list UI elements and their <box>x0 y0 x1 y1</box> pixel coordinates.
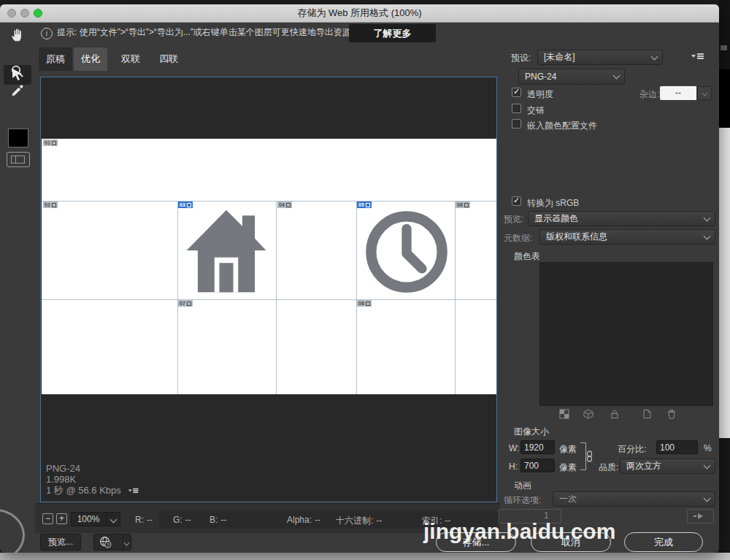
slices-glyph <box>11 156 25 164</box>
preview-mode-select[interactable]: 显示器颜色 <box>528 211 715 226</box>
preview-canvas[interactable]: 01 02 03 04 05 06 07 08 PNG-24 1.998K 1 … <box>40 77 497 502</box>
map-transparency-icon[interactable] <box>559 409 569 419</box>
zoom-in-button[interactable]: + <box>56 513 67 524</box>
delete-color-icon[interactable] <box>666 409 677 419</box>
slice-line <box>276 201 277 394</box>
window-title: 存储为 Web 所用格式 (100%) <box>0 4 719 22</box>
foreground-color-swatch[interactable] <box>8 129 28 147</box>
loop-options-label: 循环选项: <box>504 494 541 507</box>
tab-original[interactable]: 原稿 <box>39 47 72 71</box>
backdrop-fragment <box>721 45 727 50</box>
optimized-file-info: PNG-24 1.998K 1 秒 @ 56.6 Kbps <box>46 463 140 496</box>
zoom-level-select[interactable]: 100% <box>71 512 120 526</box>
done-button[interactable]: 完成 <box>624 532 703 552</box>
metadata-select[interactable]: 版权和联系信息 <box>539 229 715 245</box>
slice-line <box>455 201 456 394</box>
height-field[interactable] <box>520 459 555 472</box>
transparency-checkbox[interactable] <box>512 88 521 97</box>
percent-field[interactable] <box>656 440 698 454</box>
link-dimensions-icon[interactable] <box>585 450 594 462</box>
globe-icon: ? <box>99 536 112 548</box>
slice-badge[interactable]: 04 <box>277 202 292 208</box>
embed-color-profile-checkbox[interactable] <box>512 119 521 129</box>
percent-unit: % <box>704 443 712 453</box>
watermark: jingyan.baidu.com <box>423 519 615 544</box>
format-select[interactable]: PNG-24 <box>518 69 625 85</box>
preset-label: 预设: <box>511 52 531 64</box>
readout-b: B:-- <box>210 515 226 525</box>
play-icon <box>698 513 703 519</box>
readout-hex: 十六进制:-- <box>336 515 382 527</box>
chevron-down-icon <box>704 214 711 221</box>
slice-line <box>177 201 178 394</box>
chevron-down-icon <box>110 516 118 523</box>
metadata-label: 元数据: <box>504 232 532 245</box>
zoom-level-value: 100% <box>72 513 105 526</box>
svg-text:?: ? <box>107 542 110 548</box>
matte-dropdown-button[interactable] <box>697 86 712 100</box>
loop-options-select[interactable]: 一次 <box>553 491 715 507</box>
slice-badge[interactable]: 07 <box>178 300 193 307</box>
toggle-slices-visibility-button[interactable] <box>7 152 30 167</box>
home-icon <box>181 206 272 296</box>
percent-label: 百分比: <box>618 443 646 456</box>
play-animation-button[interactable] <box>687 509 714 523</box>
browser-select-button[interactable]: ? <box>93 534 131 551</box>
interlaced-checkbox[interactable] <box>512 104 521 113</box>
preset-panel-menu-icon[interactable] <box>691 52 704 61</box>
chevron-down-icon <box>704 494 711 502</box>
slice-badge[interactable]: 02 <box>43 202 58 208</box>
width-field[interactable] <box>520 440 555 454</box>
save-for-web-dialog: 存储为 Web 所用格式 (100%) i 提示: 使用“文件”>“导出”>“导… <box>0 4 719 553</box>
chevron-down-icon <box>704 461 711 469</box>
embed-color-profile-label: 嵌入颜色配置文件 <box>527 120 597 132</box>
chevron-down-icon <box>702 91 708 96</box>
hand-tool-icon[interactable] <box>9 27 26 43</box>
tip-text: 提示: 使用“文件”>“导出”>“导出为...”或右键单击某个图层可更快速地导出… <box>57 22 351 43</box>
tab-optimized[interactable]: 优化 <box>74 47 107 71</box>
preview-in-browser-button[interactable]: 预览... <box>40 534 81 551</box>
animation-title: 动画 <box>514 480 531 492</box>
new-color-icon[interactable] <box>642 409 652 419</box>
convert-srgb-label: 转换为 sRGB <box>527 197 579 210</box>
width-label: W: <box>509 443 519 453</box>
download-time: 1 秒 @ 56.6 Kbps <box>46 485 121 496</box>
preview-mode-label: 预览: <box>504 213 523 226</box>
chevron-down-icon <box>651 53 658 60</box>
color-table-label: 颜色表 <box>514 250 540 263</box>
backdrop-bottom-strip <box>0 553 730 560</box>
chevron-down-icon <box>704 232 711 239</box>
slice-line <box>42 201 496 202</box>
readout-alpha: Alpha:-- <box>287 515 320 525</box>
slice-badge[interactable]: 08 <box>357 300 372 307</box>
slice-badge[interactable]: 06 <box>456 202 470 208</box>
slice-badge-selected[interactable]: 03 <box>178 202 193 208</box>
tab-2up[interactable]: 双联 <box>114 47 147 71</box>
slice-badge-selected[interactable]: 05 <box>357 202 372 208</box>
eyedropper-tool-icon[interactable] <box>10 83 25 98</box>
quality-select[interactable]: 两次立方 <box>620 459 715 474</box>
zoom-out-button[interactable]: − <box>42 513 53 524</box>
color-table[interactable] <box>539 262 713 406</box>
zoom-tool-icon[interactable] <box>10 64 25 79</box>
preset-select[interactable]: [未命名] <box>537 50 663 65</box>
readout-r: R:-- <box>135 515 153 525</box>
web-shift-icon[interactable] <box>583 409 593 419</box>
download-speed-menu-icon[interactable] <box>128 487 139 494</box>
tool-palette <box>0 22 35 553</box>
lock-color-icon[interactable] <box>610 409 620 419</box>
slice-badge[interactable]: 01 <box>43 139 58 146</box>
tab-4up[interactable]: 四联 <box>152 47 185 71</box>
backdrop-strip-top <box>719 0 730 69</box>
quality-label: 品质: <box>599 461 618 474</box>
slice-line <box>42 299 496 300</box>
backdrop-strip-black <box>719 69 730 128</box>
convert-srgb-checkbox[interactable] <box>512 196 521 206</box>
backdrop-strip-dark <box>719 438 730 560</box>
learn-more-button[interactable]: 了解更多 <box>349 24 436 42</box>
chevron-down-icon <box>613 72 620 80</box>
backdrop-strip-light <box>719 128 730 438</box>
matte-field[interactable]: -- <box>660 86 696 100</box>
image-size-title: 图像大小 <box>514 426 549 438</box>
matte-label: 杂边: <box>639 88 659 101</box>
